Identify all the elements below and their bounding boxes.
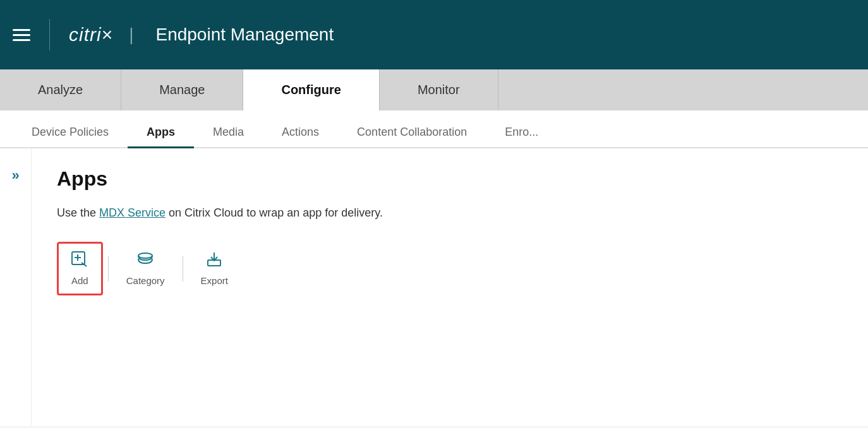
subnav-apps[interactable]: Apps — [128, 126, 194, 148]
sub-nav: Device Policies Apps Media Actions Conte… — [0, 110, 868, 148]
export-button[interactable]: Export — [188, 244, 241, 294]
add-icon — [71, 251, 88, 271]
description-prefix: Use the — [57, 206, 99, 219]
category-button[interactable]: Category — [114, 244, 178, 294]
chevron-double-icon: » — [11, 167, 19, 184]
sidebar-toggle[interactable]: » — [0, 148, 32, 426]
top-nav: Analyze Manage Configure Monitor — [0, 69, 868, 110]
category-icon — [137, 251, 154, 271]
tab-monitor[interactable]: Monitor — [380, 69, 498, 110]
content-area: » Apps Use the MDX Service on Citrix Clo… — [0, 148, 868, 426]
subnav-media[interactable]: Media — [194, 126, 263, 148]
toolbar: Add Category — [57, 242, 843, 295]
add-label: Add — [71, 275, 88, 286]
subnav-actions[interactable]: Actions — [263, 126, 338, 148]
app-title: Endpoint Management — [155, 25, 334, 45]
header: citri× | Endpoint Management — [0, 0, 868, 69]
subnav-device-policies[interactable]: Device Policies — [13, 126, 128, 148]
toolbar-separator-2 — [183, 256, 183, 282]
subnav-enrollment[interactable]: Enro... — [486, 126, 557, 148]
export-icon — [206, 251, 222, 271]
header-divider — [49, 19, 50, 51]
tab-manage[interactable]: Manage — [121, 69, 243, 110]
svg-point-4 — [138, 253, 152, 258]
citrix-logo: citri× — [69, 24, 113, 45]
add-button[interactable]: Add — [57, 242, 103, 295]
hamburger-menu[interactable] — [13, 29, 30, 41]
page-title: Apps — [57, 167, 843, 191]
toolbar-separator-1 — [108, 256, 109, 282]
main-content: Apps Use the MDX Service on Citrix Cloud… — [32, 148, 868, 426]
tab-analyze[interactable]: Analyze — [0, 69, 121, 110]
description-text: Use the MDX Service on Citrix Cloud to w… — [57, 206, 843, 220]
export-label: Export — [201, 275, 228, 286]
subnav-content-collaboration[interactable]: Content Collaboration — [338, 126, 486, 148]
tab-configure[interactable]: Configure — [243, 69, 379, 110]
mdx-service-link[interactable]: MDX Service — [99, 206, 166, 219]
category-label: Category — [126, 275, 165, 286]
description-suffix: on Citrix Cloud to wrap an app for deliv… — [166, 206, 383, 219]
header-title-divider: | — [129, 25, 133, 45]
